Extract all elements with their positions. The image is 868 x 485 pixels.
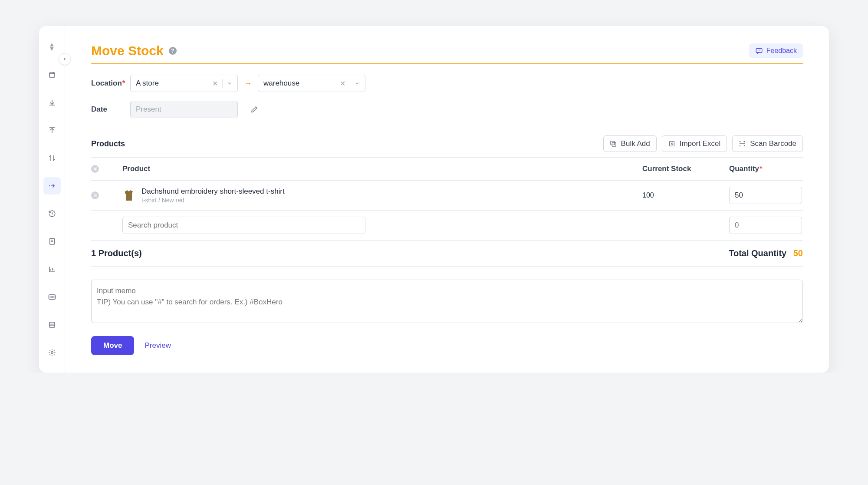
- sidebar-item-box-icon[interactable]: [43, 66, 61, 83]
- sidebar-item-history-icon[interactable]: [43, 205, 61, 222]
- product-thumbnail-icon: [122, 189, 135, 202]
- products-section-label: Products: [91, 139, 125, 148]
- sort-icon[interactable]: ▲▼: [43, 38, 61, 56]
- sidebar-item-barcode-icon[interactable]: [43, 288, 61, 306]
- svg-point-1: [49, 185, 49, 186]
- column-current-stock: Current Stock: [642, 165, 729, 173]
- sidebar-item-download-icon[interactable]: [43, 94, 61, 111]
- remove-row-icon[interactable]: ✕: [91, 191, 99, 199]
- sidebar: ▲▼: [39, 26, 65, 373]
- feedback-button[interactable]: Feedback: [749, 43, 803, 58]
- search-row: [91, 211, 803, 241]
- arrow-right-icon: →: [244, 79, 252, 88]
- to-location-select[interactable]: warehouse ✕: [258, 75, 365, 92]
- sidebar-item-document-icon[interactable]: [43, 233, 61, 250]
- sidebar-item-upload-icon[interactable]: [43, 122, 61, 139]
- sidebar-item-settings-icon[interactable]: [43, 344, 61, 361]
- barcode-scan-icon: [739, 140, 746, 147]
- chevron-down-icon[interactable]: [350, 79, 360, 88]
- date-label: Date: [91, 105, 122, 114]
- preview-button[interactable]: Preview: [145, 341, 171, 350]
- page-title: Move Stock ?: [91, 43, 177, 58]
- bulk-add-button[interactable]: Bulk Add: [603, 135, 657, 152]
- svg-rect-8: [612, 142, 616, 146]
- total-quantity-label: Total Quantity: [729, 248, 786, 258]
- feedback-icon: [755, 47, 763, 55]
- app-window: ▲▼: [39, 26, 829, 373]
- svg-point-5: [51, 352, 53, 354]
- bulk-add-icon: [610, 140, 617, 147]
- clear-to-location-icon[interactable]: ✕: [340, 79, 345, 88]
- svg-rect-6: [756, 49, 762, 53]
- from-location-value: A store: [136, 79, 159, 88]
- remove-all-icon[interactable]: ✕: [91, 165, 99, 173]
- sidebar-item-list-icon[interactable]: [43, 316, 61, 333]
- date-input[interactable]: Present: [130, 101, 238, 118]
- search-product-input[interactable]: [122, 217, 365, 234]
- current-stock-value: 100: [642, 191, 729, 199]
- table-header: ✕ Product Current Stock Quantity*: [91, 157, 803, 181]
- column-quantity: Quantity*: [729, 165, 803, 173]
- table-row: ✕ Dachshund embroidery short-sleeved t-s…: [91, 181, 803, 211]
- scan-barcode-button[interactable]: Scan Barcode: [732, 135, 803, 152]
- to-location-value: warehouse: [263, 79, 299, 88]
- excel-icon: [668, 140, 675, 147]
- sidebar-expand-button[interactable]: [59, 53, 71, 65]
- edit-date-icon[interactable]: [251, 106, 258, 113]
- product-name: Dachshund embroidery short-sleeved t-shi…: [141, 187, 285, 196]
- move-button[interactable]: Move: [91, 336, 134, 355]
- from-location-select[interactable]: A store ✕: [130, 75, 238, 92]
- sidebar-item-move-icon[interactable]: [43, 177, 61, 195]
- import-excel-button[interactable]: Import Excel: [662, 135, 727, 152]
- location-label: Location*: [91, 79, 122, 88]
- help-icon[interactable]: ?: [169, 47, 177, 55]
- product-sub: t-shirt / New red: [141, 197, 285, 204]
- quantity-input-empty[interactable]: [729, 217, 802, 234]
- sidebar-item-chart-icon[interactable]: [43, 261, 61, 278]
- main-content: Move Stock ? Feedback Location* A store …: [65, 26, 829, 373]
- column-product: Product: [122, 165, 642, 173]
- svg-rect-7: [611, 141, 615, 145]
- clear-from-location-icon[interactable]: ✕: [212, 79, 218, 88]
- total-quantity-value: 50: [793, 248, 803, 258]
- quantity-input[interactable]: [729, 187, 802, 204]
- svg-rect-4: [49, 322, 55, 327]
- summary-row: 1 Product(s) Total Quantity 50: [91, 241, 803, 267]
- sidebar-item-transfer-icon[interactable]: [43, 149, 61, 167]
- memo-textarea[interactable]: [91, 280, 803, 323]
- chevron-down-icon[interactable]: [222, 79, 232, 88]
- title-divider: [91, 63, 803, 64]
- product-count: 1 Product(s): [91, 248, 142, 258]
